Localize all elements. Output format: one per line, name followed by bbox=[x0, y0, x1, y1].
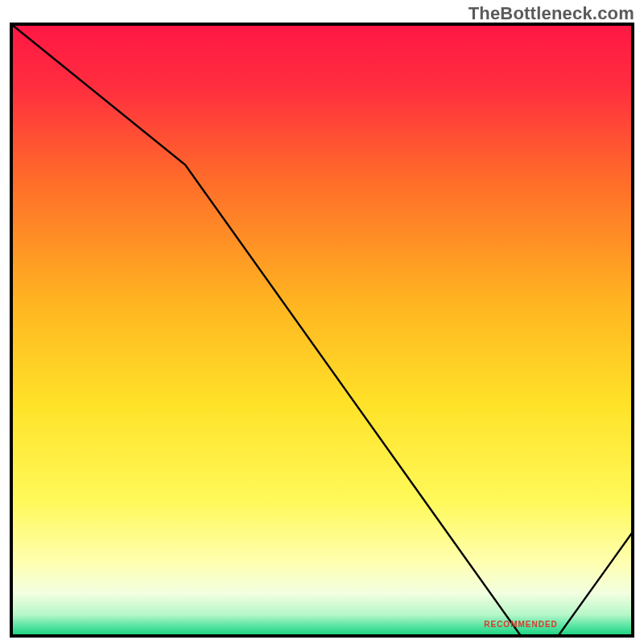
watermark-text: TheBottleneck.com bbox=[469, 3, 634, 24]
bottom-recommended-label: RECOMMENDED bbox=[484, 620, 558, 629]
plot-background bbox=[11, 24, 633, 636]
chart-container: TheBottleneck.com RECOMMENDED bbox=[0, 0, 644, 644]
bottleneck-chart: RECOMMENDED bbox=[0, 0, 644, 644]
